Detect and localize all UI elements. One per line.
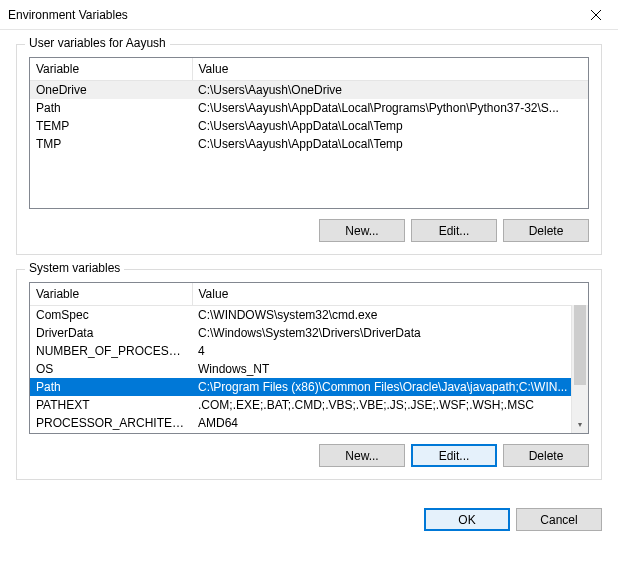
- cell-value: Windows_NT: [192, 360, 588, 378]
- system-variables-group: System variables Variable Value ComSpecC…: [16, 269, 602, 480]
- user-table-container: Variable Value OneDriveC:\Users\Aayush\O…: [29, 57, 589, 209]
- cell-variable: TEMP: [30, 117, 192, 135]
- table-row[interactable]: DriverDataC:\Windows\System32\Drivers\Dr…: [30, 324, 588, 342]
- cell-variable: DriverData: [30, 324, 192, 342]
- user-edit-button[interactable]: Edit...: [411, 219, 497, 242]
- system-group-label: System variables: [25, 261, 124, 275]
- cell-variable: OS: [30, 360, 192, 378]
- table-row[interactable]: OneDriveC:\Users\Aayush\OneDrive: [30, 80, 588, 99]
- system-scrollbar[interactable]: ▾: [571, 305, 588, 433]
- user-variables-table[interactable]: Variable Value OneDriveC:\Users\Aayush\O…: [30, 58, 588, 153]
- cell-value: C:\WINDOWS\system32\cmd.exe: [192, 305, 588, 324]
- system-col-variable[interactable]: Variable: [30, 283, 192, 305]
- user-variables-group: User variables for Aayush Variable Value…: [16, 44, 602, 255]
- titlebar: Environment Variables: [0, 0, 618, 30]
- table-row[interactable]: ComSpecC:\WINDOWS\system32\cmd.exe: [30, 305, 588, 324]
- cell-variable: ComSpec: [30, 305, 192, 324]
- system-edit-button[interactable]: Edit...: [411, 444, 497, 467]
- cell-variable: OneDrive: [30, 80, 192, 99]
- cell-variable: Path: [30, 378, 192, 396]
- close-button[interactable]: [573, 0, 618, 30]
- window-title: Environment Variables: [8, 8, 573, 22]
- cancel-button[interactable]: Cancel: [516, 508, 602, 531]
- system-delete-button[interactable]: Delete: [503, 444, 589, 467]
- table-row[interactable]: TEMPC:\Users\Aayush\AppData\Local\Temp: [30, 117, 588, 135]
- cell-variable: Path: [30, 99, 192, 117]
- system-table-container: Variable Value ComSpecC:\WINDOWS\system3…: [29, 282, 589, 434]
- cell-value: C:\Users\Aayush\AppData\Local\Temp: [192, 117, 588, 135]
- system-variables-table[interactable]: Variable Value ComSpecC:\WINDOWS\system3…: [30, 283, 588, 432]
- scrollbar-thumb[interactable]: [574, 305, 586, 385]
- user-delete-button[interactable]: Delete: [503, 219, 589, 242]
- cell-value: C:\Users\Aayush\AppData\Local\Temp: [192, 135, 588, 153]
- table-row[interactable]: NUMBER_OF_PROCESSORS4: [30, 342, 588, 360]
- table-row[interactable]: PATHEXT.COM;.EXE;.BAT;.CMD;.VBS;.VBE;.JS…: [30, 396, 588, 414]
- cell-variable: PATHEXT: [30, 396, 192, 414]
- table-row[interactable]: PROCESSOR_ARCHITECTUREAMD64: [30, 414, 588, 432]
- cell-value: C:\Users\Aayush\AppData\Local\Programs\P…: [192, 99, 588, 117]
- cell-variable: TMP: [30, 135, 192, 153]
- user-new-button[interactable]: New...: [319, 219, 405, 242]
- table-row[interactable]: TMPC:\Users\Aayush\AppData\Local\Temp: [30, 135, 588, 153]
- table-row[interactable]: PathC:\Users\Aayush\AppData\Local\Progra…: [30, 99, 588, 117]
- cell-variable: PROCESSOR_ARCHITECTURE: [30, 414, 192, 432]
- close-icon: [591, 10, 601, 20]
- table-row[interactable]: PathC:\Program Files (x86)\Common Files\…: [30, 378, 588, 396]
- user-button-row: New... Edit... Delete: [29, 219, 589, 242]
- system-col-value[interactable]: Value: [192, 283, 588, 305]
- system-new-button[interactable]: New...: [319, 444, 405, 467]
- ok-button[interactable]: OK: [424, 508, 510, 531]
- user-col-value[interactable]: Value: [192, 58, 588, 80]
- user-col-variable[interactable]: Variable: [30, 58, 192, 80]
- cell-value: C:\Windows\System32\Drivers\DriverData: [192, 324, 588, 342]
- table-row[interactable]: OSWindows_NT: [30, 360, 588, 378]
- dialog-button-row: OK Cancel: [0, 504, 618, 541]
- cell-value: 4: [192, 342, 588, 360]
- cell-value: C:\Program Files (x86)\Common Files\Orac…: [192, 378, 588, 396]
- scrollbar-down-arrow[interactable]: ▾: [572, 416, 588, 433]
- dialog-content: User variables for Aayush Variable Value…: [0, 30, 618, 504]
- cell-value: AMD64: [192, 414, 588, 432]
- system-button-row: New... Edit... Delete: [29, 444, 589, 467]
- cell-value: C:\Users\Aayush\OneDrive: [192, 80, 588, 99]
- cell-variable: NUMBER_OF_PROCESSORS: [30, 342, 192, 360]
- cell-value: .COM;.EXE;.BAT;.CMD;.VBS;.VBE;.JS;.JSE;.…: [192, 396, 588, 414]
- user-group-label: User variables for Aayush: [25, 36, 170, 50]
